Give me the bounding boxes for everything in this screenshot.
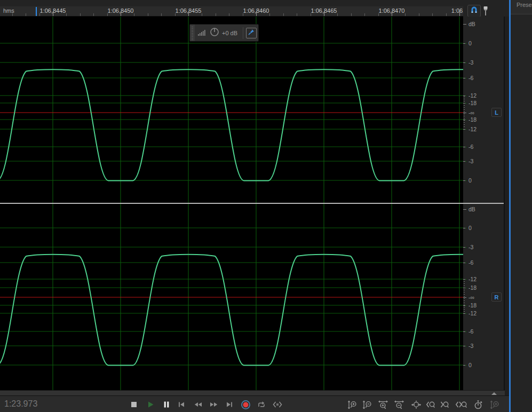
zoom-out-vertical-button[interactable] xyxy=(361,398,374,411)
magnet-icon xyxy=(470,6,478,16)
db-scale-label: dB xyxy=(469,21,475,27)
db-scale-label: 0 xyxy=(469,225,472,231)
skip-to-start-button[interactable] xyxy=(175,398,188,411)
db-scale-tick xyxy=(463,331,465,332)
db-scale-tick xyxy=(463,96,465,96)
ruler-minor-tick xyxy=(351,13,352,16)
rewind-button[interactable] xyxy=(192,398,204,411)
horizontal-scrollbar[interactable] xyxy=(0,390,505,395)
ruler-minor-tick xyxy=(297,13,297,16)
skip-to-end-button[interactable] xyxy=(223,398,236,411)
pause-button[interactable] xyxy=(160,398,173,411)
ruler-minor-tick xyxy=(405,13,406,16)
db-scale-label: -3 xyxy=(469,158,473,164)
skip-sel-icon xyxy=(272,400,283,409)
db-scale-label: -∞ xyxy=(469,109,474,116)
zoom-in-left-edge-button[interactable] xyxy=(424,398,436,411)
zoom-in-right-edge-button[interactable] xyxy=(438,398,450,411)
presets-panel-separator xyxy=(511,14,532,14)
zoom-time-button[interactable] xyxy=(472,398,485,411)
playhead-indicator[interactable] xyxy=(36,7,37,16)
db-scale-label: -3 xyxy=(469,244,473,250)
presets-panel-title: Presets xyxy=(517,2,532,8)
rewind-icon xyxy=(193,400,203,409)
db-scale-minor-dots xyxy=(464,97,465,128)
ruler-time-label: 1:06,8 xyxy=(451,7,463,14)
db-scale-label: -6 xyxy=(469,259,473,266)
gain-value[interactable]: +0 dB xyxy=(222,30,237,36)
db-scale-label: 0 xyxy=(469,362,472,368)
db-scale-label: -12 xyxy=(469,276,477,282)
zoom-to-selection-button[interactable] xyxy=(455,398,467,411)
zoom-in-h-icon xyxy=(377,400,389,410)
zoom-reset-button[interactable] xyxy=(410,398,423,411)
db-scale-label: -18 xyxy=(469,284,477,291)
ruler-minor-tick xyxy=(161,13,162,16)
zoom-reset-icon xyxy=(410,400,422,410)
channel-badge-l[interactable]: L xyxy=(491,108,502,117)
db-scale-label: -12 xyxy=(469,310,477,316)
transport-bar: 1:23.973 xyxy=(0,395,509,412)
ruler-minor-tick xyxy=(202,13,202,16)
zoom-vertical-disabled-button xyxy=(488,398,501,411)
snap-toggle-button[interactable] xyxy=(467,5,481,17)
hud-pin-button[interactable] xyxy=(246,28,257,38)
loop-playback-button[interactable] xyxy=(255,398,268,411)
channel-divider[interactable] xyxy=(0,203,504,204)
zoom-in-horizontal-button[interactable] xyxy=(377,398,390,411)
top-bar: hms 1:06,84451:06,84501:06,84551:06,8460… xyxy=(0,0,532,17)
waveform-editor: dB0-3-6-12-18-∞-18-12-6-30dB0-3-6-12-18-… xyxy=(0,17,505,395)
presets-panel[interactable]: Presets xyxy=(511,0,532,412)
db-scale-tick xyxy=(463,43,465,44)
play-icon xyxy=(146,400,155,409)
hud-drag-handle[interactable] xyxy=(190,25,195,41)
fast-forward-button[interactable] xyxy=(208,398,220,411)
ruler-minor-tick xyxy=(337,13,338,16)
ruler-minor-tick xyxy=(446,13,447,16)
hud-separator xyxy=(243,27,243,39)
db-scale-label: -3 xyxy=(469,343,473,349)
ruler-minor-tick xyxy=(229,13,229,16)
db-scale-label: -6 xyxy=(469,328,473,335)
db-scale-tick xyxy=(463,247,465,248)
zoom-in-vertical-button[interactable] xyxy=(346,398,359,411)
zoom-right-icon xyxy=(439,400,449,409)
zoom-out-v-icon xyxy=(362,400,372,410)
scrollbar-expand-icon[interactable] xyxy=(491,392,497,395)
channel-badge-r[interactable]: R xyxy=(491,292,502,302)
current-timecode[interactable]: 1:23.973 xyxy=(4,399,37,409)
record-button[interactable] xyxy=(239,398,252,411)
stop-button[interactable] xyxy=(128,398,140,411)
levels-bars-icon xyxy=(198,28,207,38)
play-button[interactable] xyxy=(144,398,157,411)
db-scale-tick xyxy=(463,279,465,280)
marker-pin-icon[interactable] xyxy=(482,6,489,17)
timeline-ruler[interactable]: hms 1:06,84451:06,84501:06,84551:06,8460… xyxy=(0,6,463,17)
db-scale-tick xyxy=(463,147,465,147)
ruler-time-label: 1:06,8460 xyxy=(243,7,269,14)
db-scale-label: 0 xyxy=(469,40,472,46)
waveform-right-channel xyxy=(0,255,463,366)
ruler-minor-tick xyxy=(216,13,216,16)
gain-knob-icon[interactable] xyxy=(210,27,219,39)
ruler-minor-tick xyxy=(66,13,67,16)
skip-selection-button[interactable] xyxy=(271,398,284,411)
ruler-time-label: 1:06,8470 xyxy=(379,7,405,14)
db-scale-tick xyxy=(463,129,465,130)
pin-icon xyxy=(248,28,255,38)
ruler-time-label: 1:06,8465 xyxy=(311,7,337,14)
db-scale-tick xyxy=(463,62,465,63)
ruler-minor-tick xyxy=(26,13,26,16)
waveform-left-channel xyxy=(0,69,463,180)
db-scale-label: -18 xyxy=(469,100,477,106)
presets-panel-header[interactable]: Presets xyxy=(511,0,532,14)
record-icon xyxy=(241,400,251,410)
ruler-minor-tick xyxy=(134,13,134,16)
zoom-out-horizontal-button[interactable] xyxy=(393,398,406,411)
db-scale-tick xyxy=(463,161,465,162)
zoom-left-icon xyxy=(425,400,435,409)
zoom-in-v-icon xyxy=(489,400,500,410)
skip-start-icon xyxy=(177,400,186,409)
pause-icon xyxy=(162,400,171,409)
volume-hud[interactable]: +0 dB xyxy=(189,24,259,42)
